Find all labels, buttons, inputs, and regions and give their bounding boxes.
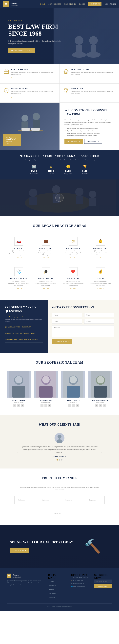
svg-text:Registorum: Registorum <box>89 499 96 501</box>
footer-subscribe-button[interactable]: SUBSCRIBE ► <box>94 584 112 588</box>
team-li-brian[interactable]: in <box>76 404 79 407</box>
footer-link-practice[interactable]: Practice Area <box>48 585 56 586</box>
nav-contact-button[interactable]: CONTACT US <box>88 2 102 6</box>
testimonial-author: ADAM BUTLER <box>21 456 98 458</box>
service-card-realestate-content: REAL ESTATE LAW Quis autem veli eum iure… <box>71 68 116 79</box>
stat-awards-label: Awards Win <box>82 173 89 174</box>
stat-cases-num: 180+ <box>48 169 54 173</box>
footer-subscribe-title: SUBSCRIBE NOW <box>94 574 112 580</box>
realestate-law-icon <box>63 68 69 74</box>
welcome-quote-button[interactable]: GET A QUOTE ► <box>64 139 83 144</box>
business-law-icon: 💼 <box>42 237 50 246</box>
practice-personal-injury: 🩺 PERSONAL INJURY Quis autem veli eum iu… <box>6 265 31 292</box>
welcome-stat-label: SuccessfulCases <box>6 141 18 144</box>
education-law-icon: 🎓 <box>42 267 50 276</box>
consult-message-input[interactable] <box>52 325 114 337</box>
testimonial-text: Quis autem vel eum iure reprehenderit qu… <box>21 445 98 454</box>
team-li-chris[interactable]: in <box>21 404 24 407</box>
service-arrow-family[interactable]: › <box>71 96 116 98</box>
nav-case-studies[interactable]: CASE STUDIES <box>64 3 76 5</box>
nav-pages[interactable]: PAGES <box>79 3 85 5</box>
team-fb-roland[interactable]: f <box>95 404 98 407</box>
footer-link-team[interactable]: Our Team <box>48 589 54 590</box>
service-arrow-insurance[interactable]: › <box>11 96 56 98</box>
footer-info-title: OFFICE INFO <box>71 574 89 576</box>
footer-link-cases[interactable]: Case Studies <box>48 593 56 594</box>
svg-rect-6 <box>4 70 8 74</box>
service-arrow-corporate[interactable]: › <box>11 76 56 79</box>
team-role-roland: Partner Lawyer <box>88 402 112 403</box>
testimonial-dots <box>21 459 98 460</box>
consult-submit-button[interactable]: SUBMIT NOW ► <box>52 339 72 344</box>
team-name-brian: BRIAN LANZIE <box>61 399 85 401</box>
cta-right: 🔨 <box>76 533 109 560</box>
faq-side: FREQUENTLY ASKED QUESTIONS Lorem Ipsum q… <box>0 300 48 353</box>
practice-divorce-title: DIVORCE LAW <box>63 278 84 280</box>
hero-cta-button[interactable]: FREE CONSULTATION ► <box>8 48 35 53</box>
tax-law-icon: 💰 <box>96 267 105 276</box>
footer-link-about[interactable]: About Us <box>48 581 54 582</box>
svg-point-17 <box>33 113 40 120</box>
nav-services[interactable]: OUR SERVICES <box>48 3 61 5</box>
faq-item-4: MINIMA VENIAM, QUIS ✦ NOSTRUM EXERCI. <box>5 338 43 342</box>
svg-point-35 <box>15 376 22 383</box>
testimonial-dot-2[interactable] <box>59 459 60 460</box>
practice-business-title: BUSINESS LAW <box>35 247 56 249</box>
cta-banner: SPEAK WITH OUR EXPERTS TODAY CONTACT US … <box>0 525 119 568</box>
team-fb-alina[interactable]: f <box>40 404 43 407</box>
team-title-line <box>56 366 63 366</box>
faq-question-3[interactable]: EUQUO DUIS VULPUTAS ✦ HALLS PREDICT <box>5 332 43 334</box>
footer-link-contact[interactable]: Contact Us <box>48 596 55 598</box>
svg-point-28 <box>75 188 84 196</box>
testimonial-dot-1[interactable] <box>57 459 58 460</box>
team-role-chris: Founder & Partner <box>6 402 31 403</box>
faq-question-1[interactable]: Lorem Ipsum quam, neque? <box>5 316 43 318</box>
consult-name-input[interactable] <box>52 313 82 317</box>
stat-business-icon: 🏢 <box>30 164 37 168</box>
car-accident-icon: 🚗 <box>14 237 23 246</box>
nav-links: HOME OUR SERVICES CASE STUDIES PAGES CON… <box>40 2 116 6</box>
svg-point-13 <box>64 88 66 90</box>
welcome-buttons: GET A QUOTE ► READ MORE ► <box>64 139 114 144</box>
stat-clients-icon: 😊 <box>64 164 72 168</box>
team-card-brian: BRIAN LANZIE Family Lawyer f t in <box>61 371 85 407</box>
team-tw-chris[interactable]: t <box>17 404 20 407</box>
faq-question-2[interactable]: QUI AUTEMAS FUME ✦ BULLIVANT? <box>5 326 43 328</box>
footer-grid: ⚖ Counsel Law Firm LLC Quis autem veli e… <box>6 574 112 600</box>
faq-title: FREQUENTLY ASKED QUESTIONS <box>5 306 43 314</box>
svg-rect-21 <box>31 128 40 130</box>
service-title-realestate: REAL ESTATE LAW <box>71 68 116 70</box>
faq-consult-section: FREQUENTLY ASKED QUESTIONS Lorem Ipsum q… <box>0 300 119 353</box>
consult-subject-input[interactable] <box>84 319 114 324</box>
practice-injury-stars: ★★★★★ <box>8 287 29 289</box>
welcome-check-2: Dignissimos et rerum fugit qua madim mol… <box>64 130 114 132</box>
consult-email-input[interactable] <box>52 319 82 324</box>
team-li-roland[interactable]: in <box>103 404 106 407</box>
practice-section: OUR LEGAL PRACTICE AREAS 🚗 CAR ACCIDENT … <box>0 216 119 300</box>
team-tw-roland[interactable]: t <box>99 404 102 407</box>
team-li-alina[interactable]: in <box>48 404 51 407</box>
consult-phone-input[interactable] <box>84 313 114 317</box>
svg-text:Registorum: Registorum <box>42 499 49 501</box>
team-tw-brian[interactable]: t <box>72 404 75 407</box>
footer-subscribe-input[interactable] <box>94 580 112 583</box>
practice-title: OUR LEGAL PRACTICE AREAS <box>6 224 112 228</box>
team-fb-brian[interactable]: f <box>68 404 71 407</box>
testimonial-next-arrow[interactable]: › <box>101 451 103 455</box>
service-card-insurance: ✓ INSURANCE LAW Quis autem veli eum iure… <box>0 84 59 102</box>
footer-about-col: ⚖ Counsel Law Firm LLC Quis autem veli e… <box>6 574 43 600</box>
nav-home[interactable]: HOME <box>40 3 45 5</box>
consult-email-subject-row <box>52 319 114 324</box>
faq-question-4[interactable]: MINIMA VENIAM, QUIS ✦ NOSTRUM EXERCI. <box>5 338 43 340</box>
testimonial-prev-arrow[interactable]: ‹ <box>16 451 18 455</box>
svg-rect-42 <box>67 386 80 398</box>
personal-injury-icon: 🩺 <box>14 267 23 276</box>
testimonial-dot-3[interactable] <box>61 459 62 460</box>
team-tw-alina[interactable]: t <box>44 404 47 407</box>
team-fb-chris[interactable]: f <box>13 404 16 407</box>
team-grid: CHRIS JARBO Founder & Partner f t in ALI… <box>6 371 112 407</box>
welcome-readmore-button[interactable]: READ MORE ► <box>84 139 102 144</box>
testimonial-avatar <box>55 433 64 443</box>
cta-button[interactable]: CONTACT US ► <box>10 548 29 553</box>
service-arrow-realestate[interactable]: › <box>71 76 116 79</box>
